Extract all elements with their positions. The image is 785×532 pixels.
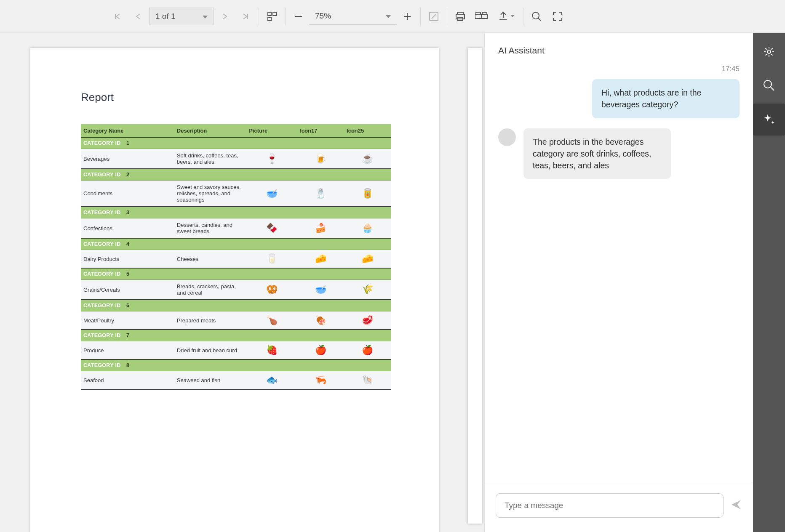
cell-icon17: 🍖	[297, 311, 344, 330]
report-table: Category Name Description Picture Icon17…	[81, 124, 391, 390]
cell-icon17: 🧂	[297, 181, 344, 207]
svg-rect-2	[268, 17, 271, 21]
cell-icon25: 🐚	[344, 371, 391, 390]
col-header: Icon25	[344, 124, 391, 138]
zoom-out-button[interactable]	[290, 8, 307, 25]
cell-desc: Soft drinks, coffees, teas, beers, and a…	[174, 149, 246, 169]
cell-desc: Seaweed and fish	[174, 371, 246, 390]
cell-picture: 🍗	[246, 311, 297, 330]
cell-icon25: 🧀	[344, 250, 391, 269]
svg-point-13	[764, 80, 772, 88]
assistant-bubble: The products in the beverages category a…	[523, 128, 671, 179]
export-button[interactable]	[494, 8, 519, 25]
zoom-label: 75%	[315, 11, 331, 21]
cell-icon17: 🍺	[297, 149, 344, 169]
cell-name: Beverages	[81, 149, 174, 169]
cell-name: Produce	[81, 341, 174, 360]
print-button[interactable]	[451, 8, 469, 25]
last-page-button[interactable]	[237, 8, 254, 25]
assistant-message-row: The products in the beverages category a…	[498, 128, 740, 179]
print-page-button[interactable]	[473, 8, 490, 25]
cell-name: Confections	[81, 218, 174, 239]
category-header: CATEGORY ID 2	[81, 169, 391, 181]
cell-picture: 🥣	[246, 181, 297, 207]
svg-rect-0	[268, 12, 271, 16]
ai-sparkle-button[interactable]	[753, 104, 785, 136]
chat-body: 17:45 Hi, what products are in the bever…	[485, 63, 753, 483]
zoom-selector[interactable]: 75%	[309, 8, 397, 25]
svg-point-11	[532, 12, 539, 19]
svg-point-12	[767, 50, 771, 53]
cell-desc: Desserts, candies, and sweet breads	[174, 218, 246, 239]
col-header: Category Name	[81, 124, 174, 138]
rail-search-button[interactable]	[759, 76, 779, 95]
svg-rect-1	[273, 12, 276, 16]
table-row: ProduceDried fruit and bean curd🍓🍎🍎	[81, 341, 391, 360]
category-header: CATEGORY ID 8	[81, 359, 391, 371]
cell-icon17: 🦐	[297, 371, 344, 390]
cell-desc: Sweet and savory sauces, relishes, sprea…	[174, 181, 246, 207]
zoom-in-button[interactable]	[398, 8, 416, 25]
cell-desc: Breads, crackers, pasta, and cereal	[174, 280, 246, 300]
cell-picture: 🍓	[246, 341, 297, 360]
page-label: 1 of 1	[155, 12, 176, 21]
user-bubble: Hi, what products are in the beverages c…	[592, 79, 740, 118]
report-page: Report Category Name Description Picture…	[30, 48, 439, 532]
user-message-row: Hi, what products are in the beverages c…	[498, 79, 740, 118]
cell-icon17: 🍰	[297, 218, 344, 239]
cell-picture: 🥛	[246, 250, 297, 269]
send-button[interactable]	[730, 499, 742, 512]
panel-title: AI Assistant	[485, 33, 753, 63]
caret-down-icon	[386, 11, 391, 21]
cell-icon25: 🥫	[344, 181, 391, 207]
highlight-button[interactable]	[425, 8, 443, 25]
cell-picture: 🍫	[246, 218, 297, 239]
category-header: CATEGORY ID 5	[81, 268, 391, 280]
settings-button[interactable]	[759, 42, 779, 61]
cell-picture: 🥨	[246, 280, 297, 300]
right-rail	[753, 33, 785, 532]
cell-icon17: 🧀	[297, 250, 344, 269]
col-header: Icon17	[297, 124, 344, 138]
search-button[interactable]	[528, 8, 545, 25]
cell-name: Dairy Products	[81, 250, 174, 269]
assistant-avatar	[498, 128, 516, 146]
cell-name: Meat/Poultry	[81, 311, 174, 330]
fullscreen-button[interactable]	[549, 8, 566, 25]
cell-icon17: 🍎	[297, 341, 344, 360]
next-page-shadow	[468, 48, 482, 524]
col-header: Description	[174, 124, 246, 138]
report-title: Report	[81, 91, 388, 104]
chat-input[interactable]	[496, 493, 724, 518]
table-row: Dairy ProductsCheeses🥛🧀🧀	[81, 250, 391, 269]
cell-name: Grains/Cereals	[81, 280, 174, 300]
next-page-button[interactable]	[216, 8, 233, 25]
cell-picture: 🍷	[246, 149, 297, 169]
category-header: CATEGORY ID 1	[81, 138, 391, 149]
chat-input-bar	[485, 483, 753, 532]
category-header: CATEGORY ID 6	[81, 300, 391, 311]
cell-icon25: 🥩	[344, 311, 391, 330]
cell-desc: Dried fruit and bean curd	[174, 341, 246, 360]
cell-icon25: 🧁	[344, 218, 391, 239]
table-row: CondimentsSweet and savory sauces, relis…	[81, 181, 391, 207]
cell-icon25: 🍎	[344, 341, 391, 360]
prev-page-button[interactable]	[130, 8, 147, 25]
page-selector[interactable]: 1 of 1	[149, 8, 214, 25]
cell-desc: Cheeses	[174, 250, 246, 269]
ai-assistant-panel: AI Assistant 17:45 Hi, what products are…	[484, 33, 753, 532]
multipage-button[interactable]	[263, 8, 281, 25]
cell-icon25: ☕	[344, 149, 391, 169]
cell-icon25: 🌾	[344, 280, 391, 300]
svg-rect-8	[475, 15, 481, 19]
table-row: ConfectionsDesserts, candies, and sweet …	[81, 218, 391, 239]
document-viewport[interactable]: Report Category Name Description Picture…	[0, 33, 484, 532]
category-header: CATEGORY ID 4	[81, 238, 391, 250]
cell-icon17: 🥣	[297, 280, 344, 300]
table-row: Grains/CerealsBreads, crackers, pasta, a…	[81, 280, 391, 300]
category-header: CATEGORY ID 3	[81, 207, 391, 218]
cell-name: Seafood	[81, 371, 174, 390]
caret-down-icon	[203, 12, 208, 21]
table-row: Meat/PoultryPrepared meats🍗🍖🥩	[81, 311, 391, 330]
first-page-button[interactable]	[109, 8, 126, 25]
